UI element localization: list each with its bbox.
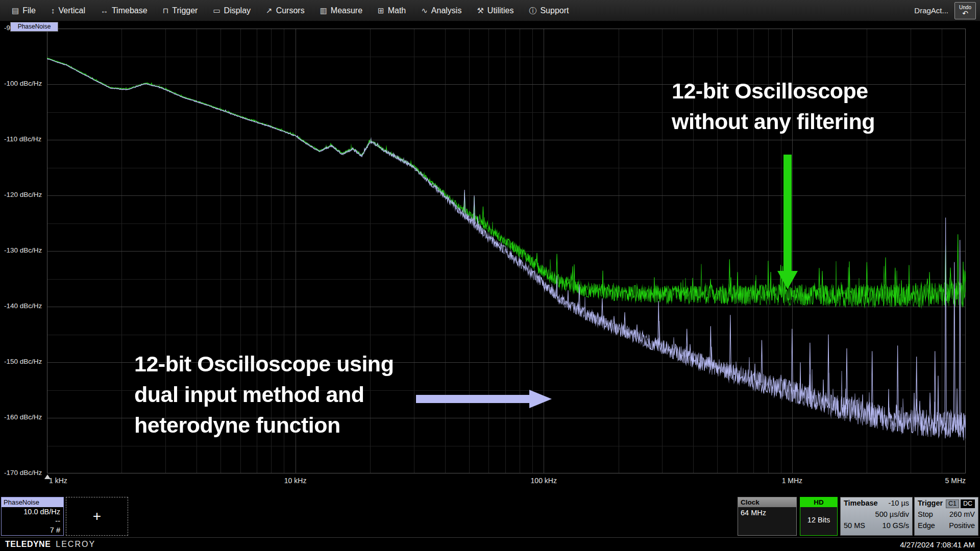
annotation-line: 12-bit Oscilloscope using xyxy=(134,348,394,379)
menu-label: Support xyxy=(540,6,569,15)
menu-label: Cursors xyxy=(276,6,305,15)
phasenoise-count: 7 # xyxy=(2,525,63,535)
menu-label: Display xyxy=(224,6,251,15)
trace-badge[interactable]: PhaseNoise xyxy=(10,22,58,32)
y-axis-label: -170 dBc/Hz xyxy=(4,469,46,477)
display-icon: ▭ xyxy=(213,7,220,14)
y-axis-label: -150 dBc/Hz xyxy=(4,358,46,365)
trigger-type: Edge xyxy=(918,520,935,531)
clock-value: 64 MHz xyxy=(738,507,796,518)
menu-math[interactable]: ⊞Math xyxy=(370,0,413,21)
menu-label: Trigger xyxy=(172,6,198,15)
support-icon: ⓘ xyxy=(529,7,536,14)
menu-label: Vertical xyxy=(58,6,85,15)
brand-primary: TELEDYNE xyxy=(5,540,51,548)
timebase-icon: ↔ xyxy=(101,7,108,14)
phase-noise-plot: -90 dBc/Hz-100 dBc/Hz-110 dBc/Hz-120 dBc… xyxy=(0,21,980,496)
teledyne-lecroy-logo: TELEDYNE LECROY xyxy=(5,540,95,549)
math-icon: ⊞ xyxy=(378,7,384,14)
phasenoise-descriptor-title: PhaseNoise xyxy=(2,497,63,507)
x-axis-label: 5 MHz xyxy=(945,477,966,485)
menu-items: ▤File↕Vertical↔Timebase⊓Trigger▭Display↗… xyxy=(4,0,576,21)
annotation-line: without any filtering xyxy=(672,106,875,137)
undo-arrow-icon: ↶ xyxy=(962,10,968,17)
x-axis-marker xyxy=(44,474,51,479)
analysis-icon: ∿ xyxy=(421,7,428,14)
menu-analysis[interactable]: ∿Analysis xyxy=(413,0,469,21)
trigger-mode: Stop xyxy=(918,509,933,519)
drag-action-label: DragAct... xyxy=(914,6,948,15)
y-axis-label: -100 dBc/Hz xyxy=(4,80,46,87)
menu-bar: ▤File↕Vertical↔Timebase⊓Trigger▭Display↗… xyxy=(0,0,980,21)
cursors-icon: ↗ xyxy=(266,7,273,14)
timebase-rate: 10 GS/s xyxy=(883,520,909,531)
descriptor-row: PhaseNoise 10.0 dB/Hz -- 7 # + Clock 64 … xyxy=(0,496,980,537)
menu-measure[interactable]: ▥Measure xyxy=(312,0,370,21)
menu-utilities[interactable]: ⚒Utilities xyxy=(469,0,521,21)
arrow-shaft xyxy=(416,395,530,403)
menu-file[interactable]: ▤File xyxy=(4,0,43,21)
x-axis-label: 100 kHz xyxy=(531,477,557,485)
menu-label: Utilities xyxy=(487,6,514,15)
menu-support[interactable]: ⓘSupport xyxy=(521,0,576,21)
clock-descriptor[interactable]: Clock 64 MHz xyxy=(738,497,797,536)
timebase-title: Timebase xyxy=(844,498,878,508)
datetime-label: 4/27/2024 7:08:41 AM xyxy=(900,540,975,549)
trigger-descriptor[interactable]: Trigger C1DC Stop 260 mV Edge Positive xyxy=(914,497,978,536)
timebase-samples: 50 MS xyxy=(844,520,865,531)
trigger-source-badge: C1 xyxy=(946,499,959,508)
green-arrow-down xyxy=(777,155,798,289)
trigger-slope: Positive xyxy=(949,520,975,531)
timebase-scale: 500 µs/div xyxy=(875,509,909,519)
menu-label: Timebase xyxy=(112,6,148,15)
y-axis-label: -140 dBc/Hz xyxy=(4,302,46,310)
x-axis-label: 1 kHz xyxy=(49,477,67,485)
annotation-line: 12-bit Oscilloscope xyxy=(672,76,875,106)
file-icon: ▤ xyxy=(12,7,19,14)
menu-display[interactable]: ▭Display xyxy=(205,0,258,21)
x-axis-label: 10 kHz xyxy=(284,477,307,485)
menu-label: File xyxy=(22,6,36,15)
utilities-icon: ⚒ xyxy=(477,7,483,14)
hd-bits: 12 Bits xyxy=(800,507,837,533)
trigger-level: 260 mV xyxy=(949,509,975,519)
lavender-arrow-right xyxy=(416,390,552,408)
trigger-icon: ⊓ xyxy=(163,7,169,14)
status-bar: TELEDYNE LECROY 4/27/2024 7:08:41 AM xyxy=(0,537,980,551)
annotation-heterodyne: 12-bit Oscilloscope using dual input met… xyxy=(134,348,394,440)
trigger-coupling-badge: DC xyxy=(961,499,975,508)
undo-button[interactable]: Undo ↶ xyxy=(954,2,976,19)
phasenoise-offset: -- xyxy=(2,516,63,525)
x-axis-label: 1 MHz xyxy=(782,477,802,485)
phasenoise-descriptor[interactable]: PhaseNoise 10.0 dB/Hz -- 7 # xyxy=(1,497,64,536)
oscilloscope-app: ▤File↕Vertical↔Timebase⊓Trigger▭Display↗… xyxy=(0,0,980,551)
trigger-title: Trigger xyxy=(918,498,943,508)
annotation-line: heterodyne function xyxy=(134,410,394,440)
menu-vertical[interactable]: ↕Vertical xyxy=(43,0,93,21)
menu-cursors[interactable]: ↗Cursors xyxy=(258,0,312,21)
menu-right: DragAct... Undo ↶ xyxy=(914,2,976,19)
menu-label: Measure xyxy=(331,6,362,15)
hd-mode-descriptor[interactable]: HD 12 Bits xyxy=(800,497,838,536)
vertical-icon: ↕ xyxy=(51,7,55,14)
phasenoise-scale: 10.0 dB/Hz xyxy=(2,507,63,516)
clock-title: Clock xyxy=(738,497,796,507)
annotation-line: dual input method and xyxy=(134,379,394,410)
menu-label: Math xyxy=(388,6,406,15)
trigger-badges: C1DC xyxy=(944,498,975,508)
y-axis-label: -120 dBc/Hz xyxy=(4,191,46,198)
measure-icon: ▥ xyxy=(320,7,327,14)
hd-title: HD xyxy=(800,497,837,507)
add-trace-button[interactable]: + xyxy=(66,497,128,536)
y-axis-label: -130 dBc/Hz xyxy=(4,246,46,254)
menu-timebase[interactable]: ↔Timebase xyxy=(93,0,155,21)
timebase-descriptor[interactable]: Timebase -10 µs 500 µs/div 50 MS 10 GS/s xyxy=(840,497,913,536)
annotation-unfiltered: 12-bit Oscilloscope without any filterin… xyxy=(672,76,875,137)
arrow-shaft xyxy=(783,155,792,272)
arrow-head xyxy=(529,390,552,408)
arrow-head xyxy=(777,271,798,289)
y-axis-label: -160 dBc/Hz xyxy=(4,413,46,421)
menu-trigger[interactable]: ⊓Trigger xyxy=(155,0,206,21)
y-axis-label: -110 dBc/Hz xyxy=(4,135,46,143)
brand-secondary: LECROY xyxy=(56,540,95,548)
